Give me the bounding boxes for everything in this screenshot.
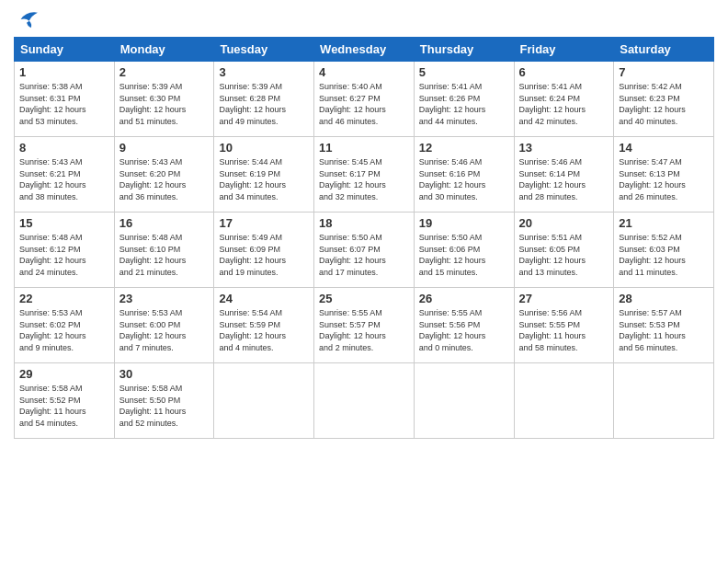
day-cell-20: 20Sunrise: 5:51 AMSunset: 6:05 PMDayligh…	[514, 213, 614, 288]
day-number: 24	[219, 292, 309, 305]
calendar-table: SundayMondayTuesdayWednesdayThursdayFrid…	[14, 37, 714, 439]
day-number: 14	[619, 141, 709, 155]
day-info: Sunrise: 5:39 AMSunset: 6:28 PMDaylight:…	[219, 81, 309, 127]
day-info: Sunrise: 5:58 AMSunset: 5:50 PMDaylight:…	[119, 383, 210, 429]
day-number: 17	[219, 216, 309, 230]
day-number: 15	[19, 216, 109, 230]
header-row: SundayMondayTuesdayWednesdayThursdayFrid…	[15, 38, 714, 62]
col-header-monday: Monday	[114, 38, 214, 62]
day-info: Sunrise: 5:53 AMSunset: 6:00 PMDaylight:…	[119, 307, 210, 353]
day-info: Sunrise: 5:51 AMSunset: 6:05 PMDaylight:…	[519, 232, 609, 278]
day-cell-30: 30Sunrise: 5:58 AMSunset: 5:50 PMDayligh…	[114, 363, 214, 439]
week-row-5: 29Sunrise: 5:58 AMSunset: 5:52 PMDayligh…	[15, 363, 714, 439]
day-info: Sunrise: 5:56 AMSunset: 5:55 PMDaylight:…	[519, 307, 609, 353]
day-info: Sunrise: 5:41 AMSunset: 6:26 PMDaylight:…	[419, 81, 509, 127]
day-number: 26	[419, 292, 509, 305]
empty-cell	[614, 363, 714, 439]
day-number: 7	[619, 65, 709, 79]
day-cell-7: 7Sunrise: 5:42 AMSunset: 6:23 PMDaylight…	[614, 62, 714, 137]
day-info: Sunrise: 5:47 AMSunset: 6:13 PMDaylight:…	[619, 156, 709, 202]
day-info: Sunrise: 5:46 AMSunset: 6:14 PMDaylight:…	[519, 156, 609, 202]
day-cell-24: 24Sunrise: 5:54 AMSunset: 5:59 PMDayligh…	[214, 288, 314, 363]
header	[14, 9, 714, 29]
day-info: Sunrise: 5:38 AMSunset: 6:31 PMDaylight:…	[19, 81, 109, 127]
day-cell-29: 29Sunrise: 5:58 AMSunset: 5:52 PMDayligh…	[15, 363, 115, 439]
day-number: 4	[319, 65, 409, 79]
day-cell-14: 14Sunrise: 5:47 AMSunset: 6:13 PMDayligh…	[614, 137, 714, 213]
day-number: 10	[219, 141, 309, 155]
day-cell-10: 10Sunrise: 5:44 AMSunset: 6:19 PMDayligh…	[214, 137, 314, 213]
day-number: 21	[619, 216, 709, 230]
day-cell-16: 16Sunrise: 5:48 AMSunset: 6:10 PMDayligh…	[114, 213, 214, 288]
day-number: 29	[19, 367, 109, 381]
logo-icon	[14, 9, 40, 29]
empty-cell	[414, 363, 514, 439]
day-info: Sunrise: 5:49 AMSunset: 6:09 PMDaylight:…	[219, 232, 309, 278]
day-info: Sunrise: 5:41 AMSunset: 6:24 PMDaylight:…	[519, 81, 609, 127]
day-cell-27: 27Sunrise: 5:56 AMSunset: 5:55 PMDayligh…	[514, 288, 614, 363]
col-header-saturday: Saturday	[614, 38, 714, 62]
day-number: 28	[619, 292, 709, 305]
day-cell-17: 17Sunrise: 5:49 AMSunset: 6:09 PMDayligh…	[214, 213, 314, 288]
day-info: Sunrise: 5:52 AMSunset: 6:03 PMDaylight:…	[619, 232, 709, 278]
day-cell-25: 25Sunrise: 5:55 AMSunset: 5:57 PMDayligh…	[314, 288, 415, 363]
day-number: 19	[419, 216, 509, 230]
day-number: 11	[319, 141, 409, 155]
day-number: 2	[119, 65, 210, 79]
day-number: 30	[119, 367, 210, 381]
day-info: Sunrise: 5:42 AMSunset: 6:23 PMDaylight:…	[619, 81, 709, 127]
day-cell-23: 23Sunrise: 5:53 AMSunset: 6:00 PMDayligh…	[114, 288, 214, 363]
day-info: Sunrise: 5:45 AMSunset: 6:17 PMDaylight:…	[319, 156, 409, 202]
day-info: Sunrise: 5:48 AMSunset: 6:10 PMDaylight:…	[119, 232, 210, 278]
day-info: Sunrise: 5:48 AMSunset: 6:12 PMDaylight:…	[19, 232, 109, 278]
col-header-sunday: Sunday	[15, 38, 115, 62]
day-info: Sunrise: 5:43 AMSunset: 6:21 PMDaylight:…	[19, 156, 109, 202]
day-info: Sunrise: 5:50 AMSunset: 6:07 PMDaylight:…	[319, 232, 409, 278]
day-cell-2: 2Sunrise: 5:39 AMSunset: 6:30 PMDaylight…	[114, 62, 214, 137]
day-cell-11: 11Sunrise: 5:45 AMSunset: 6:17 PMDayligh…	[314, 137, 415, 213]
day-info: Sunrise: 5:58 AMSunset: 5:52 PMDaylight:…	[19, 383, 109, 429]
calendar-container: SundayMondayTuesdayWednesdayThursdayFrid…	[0, 0, 728, 563]
day-cell-4: 4Sunrise: 5:40 AMSunset: 6:27 PMDaylight…	[314, 62, 415, 137]
day-number: 25	[319, 292, 409, 305]
day-number: 20	[519, 216, 609, 230]
day-number: 18	[319, 216, 409, 230]
day-info: Sunrise: 5:55 AMSunset: 5:57 PMDaylight:…	[319, 307, 409, 353]
day-number: 5	[419, 65, 509, 79]
week-row-1: 1Sunrise: 5:38 AMSunset: 6:31 PMDaylight…	[15, 62, 714, 137]
logo	[14, 9, 43, 29]
day-cell-12: 12Sunrise: 5:46 AMSunset: 6:16 PMDayligh…	[414, 137, 514, 213]
day-cell-26: 26Sunrise: 5:55 AMSunset: 5:56 PMDayligh…	[414, 288, 514, 363]
day-info: Sunrise: 5:54 AMSunset: 5:59 PMDaylight:…	[219, 307, 309, 353]
day-cell-3: 3Sunrise: 5:39 AMSunset: 6:28 PMDaylight…	[214, 62, 314, 137]
day-number: 22	[19, 292, 109, 305]
week-row-3: 15Sunrise: 5:48 AMSunset: 6:12 PMDayligh…	[15, 213, 714, 288]
week-row-4: 22Sunrise: 5:53 AMSunset: 6:02 PMDayligh…	[15, 288, 714, 363]
day-cell-13: 13Sunrise: 5:46 AMSunset: 6:14 PMDayligh…	[514, 137, 614, 213]
day-cell-19: 19Sunrise: 5:50 AMSunset: 6:06 PMDayligh…	[414, 213, 514, 288]
empty-cell	[214, 363, 314, 439]
day-cell-5: 5Sunrise: 5:41 AMSunset: 6:26 PMDaylight…	[414, 62, 514, 137]
col-header-thursday: Thursday	[414, 38, 514, 62]
empty-cell	[514, 363, 614, 439]
day-info: Sunrise: 5:40 AMSunset: 6:27 PMDaylight:…	[319, 81, 409, 127]
day-cell-9: 9Sunrise: 5:43 AMSunset: 6:20 PMDaylight…	[114, 137, 214, 213]
day-cell-18: 18Sunrise: 5:50 AMSunset: 6:07 PMDayligh…	[314, 213, 415, 288]
day-number: 13	[519, 141, 609, 155]
day-info: Sunrise: 5:39 AMSunset: 6:30 PMDaylight:…	[119, 81, 210, 127]
day-number: 6	[519, 65, 609, 79]
day-cell-15: 15Sunrise: 5:48 AMSunset: 6:12 PMDayligh…	[15, 213, 115, 288]
col-header-wednesday: Wednesday	[314, 38, 415, 62]
day-info: Sunrise: 5:46 AMSunset: 6:16 PMDaylight:…	[419, 156, 509, 202]
day-number: 23	[119, 292, 210, 305]
day-cell-8: 8Sunrise: 5:43 AMSunset: 6:21 PMDaylight…	[15, 137, 115, 213]
day-number: 8	[19, 141, 109, 155]
day-number: 16	[119, 216, 210, 230]
day-info: Sunrise: 5:55 AMSunset: 5:56 PMDaylight:…	[419, 307, 509, 353]
day-number: 9	[119, 141, 210, 155]
day-number: 3	[219, 65, 309, 79]
empty-cell	[314, 363, 415, 439]
day-number: 27	[519, 292, 609, 305]
day-cell-28: 28Sunrise: 5:57 AMSunset: 5:53 PMDayligh…	[614, 288, 714, 363]
day-cell-1: 1Sunrise: 5:38 AMSunset: 6:31 PMDaylight…	[15, 62, 115, 137]
